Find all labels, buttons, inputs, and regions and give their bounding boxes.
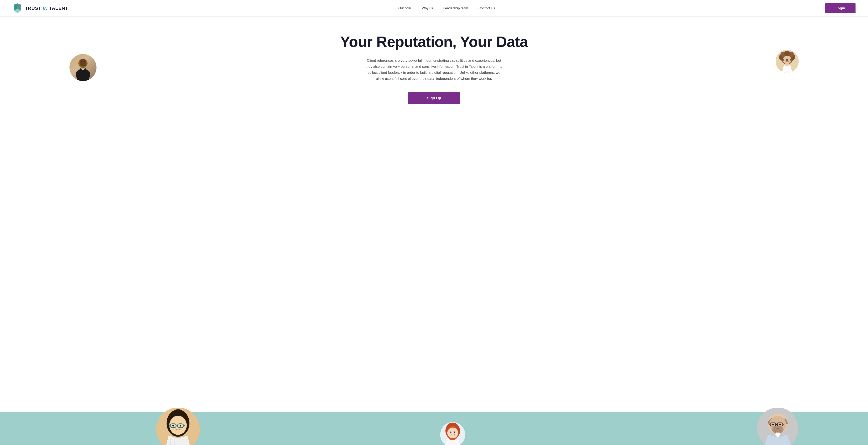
nav-item-leadership-team[interactable]: Leadership team — [443, 6, 468, 10]
svg-point-18 — [788, 60, 789, 60]
avatar-top-right — [776, 50, 799, 73]
navbar: TRUST iN TALENT Our offer Why us Leaders… — [0, 0, 868, 16]
login-button[interactable]: Login — [825, 3, 856, 13]
hero-section: Your Reputation, Your Data Client refere… — [0, 16, 868, 445]
svg-point-4 — [81, 62, 82, 63]
hero-description: Client references are very powerful in d… — [363, 58, 505, 82]
nav-links: Our offer Why us Leadership team Contact… — [398, 6, 495, 10]
avatar-bottom-center — [440, 422, 465, 445]
svg-point-30 — [180, 425, 181, 426]
svg-point-17 — [785, 60, 785, 60]
avatar-top-left — [69, 54, 96, 81]
svg-point-5 — [84, 62, 85, 63]
svg-point-35 — [450, 432, 452, 433]
nav-item-contact-us[interactable]: Contact Us — [478, 6, 495, 10]
svg-point-36 — [454, 432, 455, 433]
teal-band — [0, 412, 868, 445]
signup-button[interactable]: Sign Up — [408, 92, 460, 104]
svg-point-12 — [784, 51, 790, 57]
svg-point-29 — [173, 425, 174, 426]
hero-title: Your Reputation, Your Data — [340, 33, 528, 50]
nav-item-our-offer[interactable]: Our offer — [398, 6, 411, 10]
logo[interactable]: TRUST iN TALENT — [12, 3, 68, 14]
svg-point-34 — [447, 427, 458, 438]
svg-point-47 — [772, 424, 774, 425]
nav-item-why-us[interactable]: Why us — [422, 6, 433, 10]
hero-content: Your Reputation, Your Data Client refere… — [340, 33, 528, 116]
svg-point-3 — [80, 60, 86, 65]
logo-text: TRUST iN TALENT — [25, 6, 68, 11]
logo-icon — [12, 3, 23, 14]
svg-point-48 — [779, 424, 781, 425]
